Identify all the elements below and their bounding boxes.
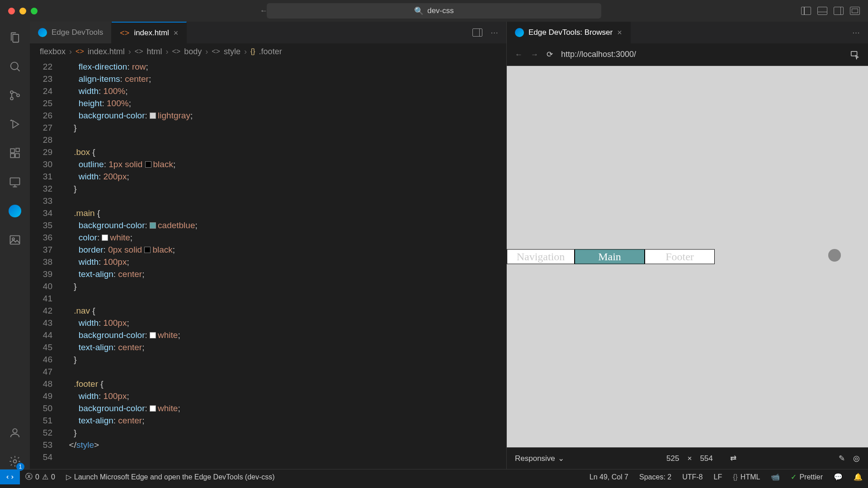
- element-icon: <>: [135, 47, 143, 56]
- inspect-icon[interactable]: [850, 50, 860, 60]
- edit-icon[interactable]: ✎: [839, 454, 845, 463]
- svg-rect-9: [10, 236, 20, 244]
- reload-icon[interactable]: ⟳: [547, 50, 553, 59]
- run-debug-icon[interactable]: [7, 117, 23, 132]
- error-icon: ⓧ: [25, 472, 33, 482]
- browser-forward-icon[interactable]: →: [531, 50, 538, 59]
- svg-rect-8: [10, 178, 20, 185]
- tab-devtools-browser[interactable]: Edge DevTools: Browser ×: [507, 22, 631, 43]
- bc-footer[interactable]: .footer: [259, 47, 282, 56]
- viewport-height[interactable]: 554: [700, 454, 712, 463]
- search-activity-icon[interactable]: [7, 59, 23, 74]
- bc-style[interactable]: style: [224, 47, 241, 56]
- editor-tabs: Edge DevTools <> index.html × ⋯: [30, 22, 506, 43]
- line-numbers: 2223242526272829303132333435363738394041…: [30, 60, 64, 469]
- edge-icon: [515, 28, 524, 37]
- element-icon: <>: [172, 47, 180, 56]
- remote-indicator[interactable]: [0, 469, 20, 484]
- settings-gear-icon[interactable]: 1: [7, 454, 23, 469]
- svg-point-2: [10, 97, 13, 100]
- svg-rect-13: [851, 51, 857, 56]
- bc-body[interactable]: body: [184, 47, 202, 56]
- prettier-status[interactable]: ✓ Prettier: [785, 469, 828, 484]
- extensions-icon[interactable]: [7, 145, 23, 161]
- status-bar: ⓧ0 ⚠0 ▷ Launch Microsoft Edge and open t…: [0, 469, 868, 484]
- chevron-right-icon: ›: [244, 47, 247, 56]
- cursor-indicator: [828, 249, 841, 262]
- edge-activity-icon[interactable]: [7, 203, 23, 219]
- close-tab-icon[interactable]: ×: [617, 28, 622, 38]
- css-rule-icon: {}: [250, 47, 255, 56]
- minimize-window-icon[interactable]: [19, 8, 26, 14]
- search-icon: 🔍: [414, 6, 424, 16]
- source-control-icon[interactable]: [7, 88, 23, 103]
- close-window-icon[interactable]: [8, 8, 15, 14]
- devtools-tabs: Edge DevTools: Browser × ⋯: [507, 22, 868, 43]
- target-icon[interactable]: ◎: [853, 454, 860, 463]
- screencast-status[interactable]: 📹: [765, 469, 785, 484]
- chevron-right-icon: ›: [69, 47, 72, 56]
- toggle-panel-icon[interactable]: [817, 7, 827, 15]
- tab-edge-devtools[interactable]: Edge DevTools: [30, 22, 112, 43]
- cursor-position-status[interactable]: Ln 49, Col 7: [584, 469, 634, 484]
- device-dropdown[interactable]: Responsive ⌄: [515, 454, 564, 463]
- browser-back-icon[interactable]: ←: [515, 50, 523, 59]
- preview-flex-container: Navigation Main Footer: [507, 249, 715, 264]
- preview-footer-box: Footer: [645, 249, 715, 264]
- tab-label: Edge DevTools: Browser: [528, 28, 613, 37]
- browser-preview[interactable]: Navigation Main Footer: [507, 66, 868, 447]
- bc-file[interactable]: index.html: [88, 47, 125, 56]
- eol-status[interactable]: LF: [708, 469, 728, 484]
- language-mode-status[interactable]: {} HTML: [727, 469, 765, 484]
- svg-point-3: [17, 94, 19, 97]
- tab-index-html[interactable]: <> index.html ×: [112, 22, 187, 43]
- toggle-secondary-sidebar-icon[interactable]: [834, 7, 844, 15]
- close-tab-icon[interactable]: ×: [174, 28, 179, 38]
- chevron-right-icon: ›: [128, 47, 131, 56]
- customize-layout-icon[interactable]: [850, 7, 860, 15]
- activity-bar: 1: [0, 22, 30, 469]
- remote-explorer-icon[interactable]: [7, 174, 23, 190]
- code-editor[interactable]: 2223242526272829303132333435363738394041…: [30, 60, 506, 469]
- editor-actions: ⋯: [472, 22, 506, 43]
- html-file-icon: <>: [75, 47, 84, 56]
- explorer-icon[interactable]: [7, 30, 23, 45]
- url-bar[interactable]: http://localhost:3000/: [561, 50, 842, 59]
- svg-point-0: [11, 62, 18, 70]
- bc-folder[interactable]: flexbox: [40, 47, 66, 56]
- image-activity-icon[interactable]: [7, 232, 23, 248]
- chevron-down-icon: ⌄: [558, 454, 564, 463]
- split-editor-icon[interactable]: [472, 28, 482, 37]
- maximize-window-icon[interactable]: [31, 8, 38, 14]
- device-label: Responsive: [515, 454, 555, 463]
- svg-rect-7: [16, 148, 19, 152]
- code-content[interactable]: flex-direction: row; align-items: center…: [64, 60, 506, 469]
- breadcrumb[interactable]: flexbox › <> index.html › <> html › <> b…: [30, 43, 506, 60]
- notifications-icon[interactable]: 🔔: [848, 469, 868, 484]
- warning-icon: ⚠: [42, 473, 48, 481]
- indentation-status[interactable]: Spaces: 2: [634, 469, 677, 484]
- problems-status[interactable]: ⓧ0 ⚠0: [20, 469, 61, 484]
- more-actions-icon[interactable]: ⋯: [852, 28, 860, 38]
- svg-rect-6: [15, 154, 19, 158]
- toggle-primary-sidebar-icon[interactable]: [801, 7, 811, 15]
- bc-html[interactable]: html: [146, 47, 162, 56]
- chevron-right-icon: ›: [165, 47, 168, 56]
- element-icon: <>: [212, 47, 220, 56]
- viewport-width[interactable]: 525: [666, 454, 679, 463]
- launch-task-status[interactable]: ▷ Launch Microsoft Edge and open the Edg…: [61, 469, 280, 484]
- encoding-status[interactable]: UTF-8: [677, 469, 708, 484]
- command-center[interactable]: 🔍 dev-css: [267, 3, 601, 19]
- rotate-icon[interactable]: ⇄: [730, 454, 736, 463]
- edge-icon: [38, 28, 47, 37]
- more-actions-icon[interactable]: ⋯: [491, 28, 498, 38]
- responsive-toolbar: Responsive ⌄ 525 × 554 ⇄ ✎ ◎: [507, 447, 868, 469]
- tab-label: index.html: [134, 28, 169, 38]
- devtools-tab-actions: ⋯: [852, 22, 868, 43]
- titlebar: ← → 🔍 dev-css: [0, 0, 868, 22]
- feedback-icon[interactable]: 💬: [828, 469, 848, 484]
- accounts-icon[interactable]: [7, 425, 23, 440]
- svg-rect-4: [10, 149, 14, 153]
- editor-group-right: Edge DevTools: Browser × ⋯ ← → ⟳ http://…: [506, 22, 868, 469]
- settings-badge: 1: [16, 463, 24, 471]
